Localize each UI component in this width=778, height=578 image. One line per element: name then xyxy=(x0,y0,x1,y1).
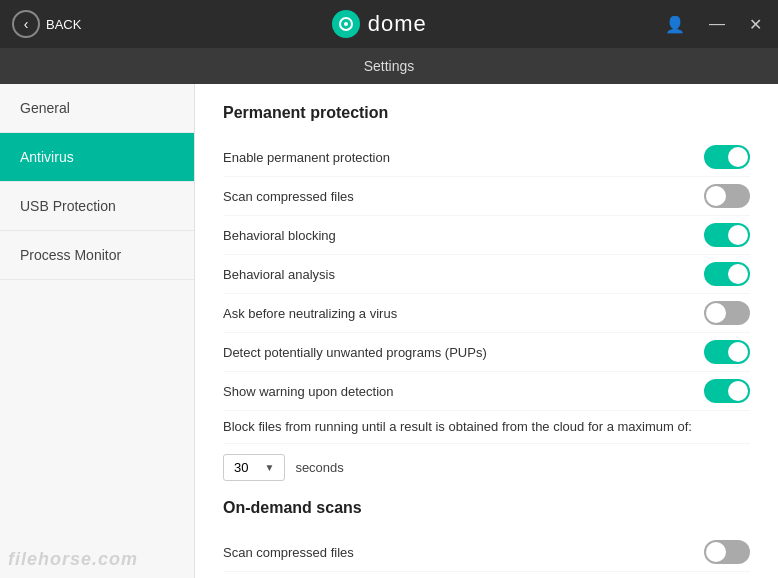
setting-label-behavioral-blocking: Behavioral blocking xyxy=(223,228,704,243)
setting-row-show-warning: Show warning upon detection xyxy=(223,372,750,411)
setting-label-block-files: Block files from running until a result … xyxy=(223,418,750,436)
setting-label-enable-pp: Enable permanent protection xyxy=(223,150,704,165)
permanent-protection-section: Permanent protection Enable permanent pr… xyxy=(223,104,750,481)
setting-row-enable-pp: Enable permanent protection xyxy=(223,138,750,177)
minimize-button[interactable]: — xyxy=(705,11,729,37)
svg-point-1 xyxy=(344,22,348,26)
watermark: filehorse.com xyxy=(8,549,138,570)
logo-icon xyxy=(332,10,360,38)
setting-label-show-warning: Show warning upon detection xyxy=(223,384,704,399)
content-area: Permanent protection Enable permanent pr… xyxy=(195,84,778,578)
toggle-ask-before[interactable] xyxy=(704,301,750,325)
sidebar: General Antivirus USB Protection Process… xyxy=(0,84,195,578)
setting-row-block-files: Block files from running until a result … xyxy=(223,411,750,444)
setting-row-scan-compressed: Scan compressed files xyxy=(223,177,750,216)
back-button[interactable]: ‹ BACK xyxy=(12,10,81,38)
dropdown-arrow-icon: ▼ xyxy=(264,462,274,473)
logo-text: dome xyxy=(368,11,427,37)
user-icon[interactable]: 👤 xyxy=(661,11,689,38)
dropdown-unit: seconds xyxy=(295,460,343,475)
setting-label-od-scan-compressed: Scan compressed files xyxy=(223,545,704,560)
on-demand-section: On-demand scans Scan compressed files De… xyxy=(223,499,750,578)
on-demand-title: On-demand scans xyxy=(223,499,750,517)
toggle-scan-compressed[interactable] xyxy=(704,184,750,208)
title-bar: ‹ BACK dome 👤 — ✕ xyxy=(0,0,778,48)
main-container: General Antivirus USB Protection Process… xyxy=(0,84,778,578)
toggle-show-warning[interactable] xyxy=(704,379,750,403)
toggle-enable-pp[interactable] xyxy=(704,145,750,169)
setting-row-od-scan-compressed: Scan compressed files xyxy=(223,533,750,572)
toggle-detect-pups[interactable] xyxy=(704,340,750,364)
sidebar-item-general[interactable]: General xyxy=(0,84,194,133)
setting-label-detect-pups: Detect potentially unwanted programs (PU… xyxy=(223,345,704,360)
setting-label-ask-before: Ask before neutralizing a virus xyxy=(223,306,704,321)
sidebar-item-process-monitor[interactable]: Process Monitor xyxy=(0,231,194,280)
title-controls: 👤 — ✕ xyxy=(661,11,766,38)
sidebar-item-antivirus[interactable]: Antivirus xyxy=(0,133,194,182)
back-circle: ‹ xyxy=(12,10,40,38)
setting-label-scan-compressed: Scan compressed files xyxy=(223,189,704,204)
setting-row-detect-pups: Detect potentially unwanted programs (PU… xyxy=(223,333,750,372)
settings-bar: Settings xyxy=(0,48,778,84)
sidebar-item-usb-protection[interactable]: USB Protection xyxy=(0,182,194,231)
toggle-behavioral-blocking[interactable] xyxy=(704,223,750,247)
permanent-protection-title: Permanent protection xyxy=(223,104,750,122)
close-button[interactable]: ✕ xyxy=(745,11,766,38)
settings-label: Settings xyxy=(364,58,415,74)
setting-row-behavioral-blocking: Behavioral blocking xyxy=(223,216,750,255)
toggle-behavioral-analysis[interactable] xyxy=(704,262,750,286)
toggle-od-scan-compressed[interactable] xyxy=(704,540,750,564)
dropdown-value: 30 xyxy=(234,460,248,475)
setting-label-behavioral-analysis: Behavioral analysis xyxy=(223,267,704,282)
setting-row-ask-before: Ask before neutralizing a virus xyxy=(223,294,750,333)
dropdown-row: 30 ▼ seconds xyxy=(223,454,750,481)
seconds-dropdown[interactable]: 30 ▼ xyxy=(223,454,285,481)
back-label: BACK xyxy=(46,17,81,32)
setting-row-od-detect-pups: Detect potentially unwanted programs (PU… xyxy=(223,572,750,578)
title-logo: dome xyxy=(97,10,661,38)
setting-row-behavioral-analysis: Behavioral analysis xyxy=(223,255,750,294)
